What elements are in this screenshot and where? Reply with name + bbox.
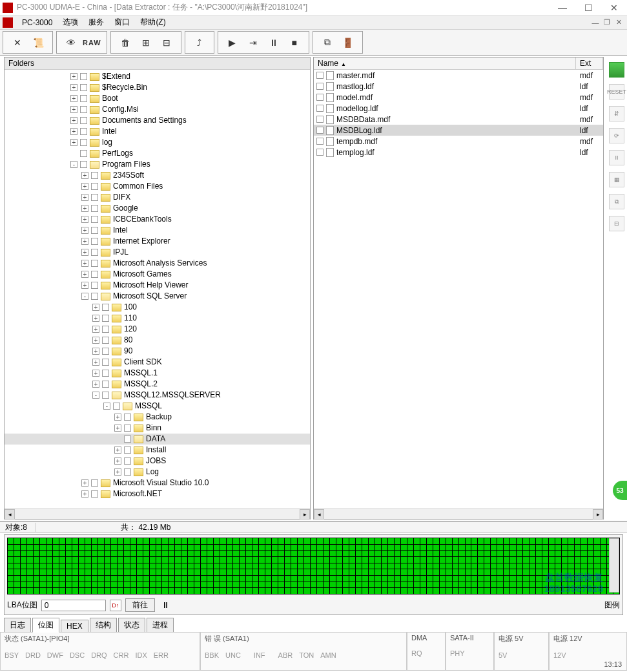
sector-cell[interactable] — [66, 551, 72, 556]
sector-cell[interactable] — [317, 545, 323, 551]
sector-cell[interactable] — [484, 563, 490, 569]
sector-cell[interactable] — [240, 557, 245, 563]
sector-cell[interactable] — [34, 563, 39, 569]
sector-cell[interactable] — [59, 545, 65, 551]
sector-cell[interactable] — [471, 557, 477, 563]
sector-cell[interactable] — [497, 538, 503, 544]
sector-cell[interactable] — [92, 551, 98, 556]
sector-cell[interactable] — [581, 551, 587, 556]
sector-cell[interactable] — [59, 576, 65, 582]
sector-cell[interactable] — [504, 545, 509, 551]
sector-cell[interactable] — [240, 588, 245, 594]
tree-checkbox[interactable] — [91, 479, 98, 487]
sector-cell[interactable] — [130, 563, 136, 569]
sector-cell[interactable] — [581, 545, 587, 551]
tree-row[interactable]: +$Extend — [5, 71, 310, 82]
tree-checkbox[interactable] — [91, 282, 98, 289]
sector-cell[interactable] — [529, 551, 535, 556]
sector-cell[interactable] — [440, 582, 446, 588]
sector-cell[interactable] — [259, 563, 265, 569]
sector-cell[interactable] — [14, 557, 20, 563]
sector-cell[interactable] — [510, 551, 516, 556]
sector-cell[interactable] — [466, 545, 471, 551]
sector-cell[interactable] — [265, 576, 271, 582]
tree-expand-icon[interactable]: + — [81, 238, 88, 245]
sector-cell[interactable] — [143, 582, 149, 588]
scroll-right-icon[interactable]: ▸ — [593, 509, 603, 520]
tree-expand-icon[interactable]: + — [92, 326, 99, 333]
sector-cell[interactable] — [317, 563, 323, 569]
sector-cell[interactable] — [175, 551, 181, 556]
sector-cell[interactable] — [478, 569, 484, 575]
sector-cell[interactable] — [150, 569, 156, 575]
sector-cell[interactable] — [471, 563, 477, 569]
sector-cell[interactable] — [594, 545, 600, 551]
sector-grid[interactable] — [7, 538, 620, 594]
sector-cell[interactable] — [66, 576, 72, 582]
sector-cell[interactable] — [207, 576, 213, 582]
sector-cell[interactable] — [27, 563, 33, 569]
sector-cell[interactable] — [304, 576, 310, 582]
sector-cell[interactable] — [272, 538, 278, 544]
sector-cell[interactable] — [252, 569, 258, 575]
sector-cell[interactable] — [124, 557, 130, 563]
sector-cell[interactable] — [207, 551, 213, 556]
sector-cell[interactable] — [471, 545, 477, 551]
sector-cell[interactable] — [420, 557, 426, 563]
sector-cell[interactable] — [401, 538, 407, 544]
tree-expand-icon[interactable]: + — [70, 95, 77, 102]
sector-cell[interactable] — [433, 569, 439, 575]
sector-cell[interactable] — [330, 557, 336, 563]
sector-cell[interactable] — [336, 569, 342, 575]
pause-icon[interactable]: ⏸ — [265, 34, 283, 52]
sector-cell[interactable] — [446, 588, 452, 594]
sector-cell[interactable] — [446, 551, 452, 556]
sector-cell[interactable] — [420, 551, 426, 556]
sector-cell[interactable] — [414, 545, 420, 551]
sector-cell[interactable] — [369, 551, 375, 556]
sector-cell[interactable] — [278, 557, 284, 563]
sector-cell[interactable] — [375, 551, 381, 556]
sector-cell[interactable] — [21, 551, 26, 556]
sector-cell[interactable] — [601, 557, 606, 563]
sector-cell[interactable] — [484, 569, 490, 575]
go-button[interactable]: 前往 — [125, 598, 155, 612]
sector-cell[interactable] — [130, 538, 136, 544]
sector-cell[interactable] — [581, 563, 587, 569]
sector-cell[interactable] — [594, 563, 600, 569]
sector-cell[interactable] — [581, 557, 587, 563]
sector-cell[interactable] — [298, 576, 303, 582]
sector-cell[interactable] — [407, 538, 413, 544]
sector-cell[interactable] — [72, 569, 78, 575]
sector-cell[interactable] — [156, 551, 162, 556]
sector-cell[interactable] — [150, 545, 156, 551]
sector-cell[interactable] — [568, 551, 574, 556]
sector-cell[interactable] — [162, 545, 168, 551]
sector-cell[interactable] — [343, 582, 349, 588]
sector-cell[interactable] — [549, 538, 555, 544]
sector-cell[interactable] — [575, 551, 581, 556]
sector-cell[interactable] — [259, 538, 265, 544]
sector-cell[interactable] — [8, 582, 14, 588]
sector-cell[interactable] — [536, 588, 542, 594]
tree-checkbox[interactable] — [80, 128, 87, 135]
sector-cell[interactable] — [150, 557, 156, 563]
sector-cell[interactable] — [246, 538, 252, 544]
sector-cell[interactable] — [395, 588, 400, 594]
sector-cell[interactable] — [201, 557, 207, 563]
sector-cell[interactable] — [79, 563, 85, 569]
sector-cell[interactable] — [349, 545, 355, 551]
sector-cell[interactable] — [124, 545, 130, 551]
sector-cell[interactable] — [549, 563, 555, 569]
sector-cell[interactable] — [240, 576, 245, 582]
maximize-button[interactable]: ☐ — [575, 0, 601, 16]
sector-cell[interactable] — [46, 582, 52, 588]
sector-cell[interactable] — [259, 551, 265, 556]
sector-cell[interactable] — [278, 569, 284, 575]
sector-cell[interactable] — [311, 557, 316, 563]
side-reset-button[interactable]: RESET — [609, 84, 624, 100]
sector-cell[interactable] — [324, 576, 329, 582]
sector-cell[interactable] — [111, 569, 117, 575]
tree-row[interactable]: -MSSQL12.MSSQLSERVER — [5, 390, 310, 401]
sector-cell[interactable] — [407, 545, 413, 551]
